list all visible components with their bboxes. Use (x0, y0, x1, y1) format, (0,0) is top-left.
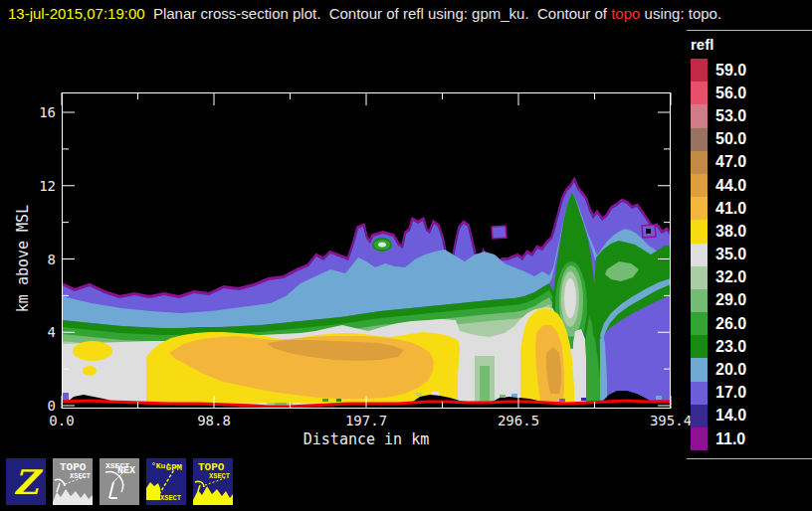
topo-xsect-yellow-button[interactable]: TOPO XSECT (191, 456, 235, 507)
title-text-tail: using: topo. (640, 5, 721, 22)
legend-entry: 59.0 (691, 59, 746, 82)
legend-swatch (691, 82, 708, 104)
legend-entry: 53.0 (691, 104, 746, 127)
legend-top-divider (687, 30, 812, 31)
legend-entry: 14.0 (691, 405, 746, 427)
title-bar: 13-jul-2015,07:19:00 Planar cross-sectio… (8, 5, 721, 22)
title-topo-word: topo (611, 5, 640, 22)
title-text: Planar cross-section plot. Contour of re… (145, 5, 612, 22)
topo-mountains-icon (53, 458, 93, 505)
legend-swatch (691, 59, 708, 82)
legend-title: refl (691, 36, 713, 53)
legend-entry: 41.0 (691, 197, 746, 220)
legend-entry: 11.0 (691, 427, 746, 450)
y-axis-title: km above MSL (14, 179, 34, 338)
timestamp: 13-jul-2015,07:19:00 (8, 5, 145, 22)
legend-entry: 26.0 (691, 312, 746, 335)
color-legend: 59.056.053.050.047.044.041.038.035.032.0… (691, 59, 746, 450)
legend-swatch (691, 220, 708, 243)
y-tick-label: 16 (20, 104, 56, 120)
x-axis-title: Distance in km (267, 430, 466, 448)
legend-value: 23.0 (715, 338, 746, 356)
legend-swatch (691, 335, 708, 358)
legend-swatch (691, 358, 708, 381)
legend-entry: 47.0 (691, 151, 746, 174)
legend-entry: 50.0 (691, 128, 746, 151)
legend-value: 17.0 (715, 384, 746, 402)
x-tick-label: 296.5 (484, 413, 553, 428)
legend-value: 35.0 (715, 246, 746, 263)
legend-entry: 44.0 (691, 174, 746, 197)
legend-value: 20.0 (715, 361, 746, 379)
gpm-beam-icon (146, 458, 186, 505)
legend-entry: 23.0 (691, 335, 746, 358)
legend-swatch (691, 197, 708, 220)
legend-swatch (691, 289, 708, 312)
legend-bottom-divider (687, 458, 812, 459)
legend-value: 32.0 (715, 268, 746, 286)
x-tick-label: 197.7 (331, 413, 401, 428)
legend-swatch (691, 151, 708, 174)
legend-swatch (691, 427, 708, 450)
legend-entry: 32.0 (691, 266, 746, 289)
legend-swatch (691, 312, 708, 335)
legend-value: 14.0 (715, 407, 746, 425)
topo-xsect-button[interactable]: TOPO XSECT (51, 456, 95, 507)
x-tick-label: 98.8 (179, 413, 249, 428)
yellow-mountains-icon (193, 458, 233, 505)
xsect-nex-button[interactable]: XSECT NEX (98, 456, 141, 507)
zebra-logo-button[interactable]: Z (4, 456, 48, 507)
legend-swatch (691, 266, 708, 289)
legend-value: 29.0 (715, 291, 746, 309)
x-tick-label: 0.0 (27, 413, 97, 428)
legend-value: 47.0 (715, 153, 746, 171)
legend-value: 59.0 (715, 62, 746, 80)
legend-swatch (691, 405, 708, 427)
legend-entry: 56.0 (691, 82, 746, 104)
toolbar: Z TOPO XSECT XSECT NEX °Ku' GPM XSECT (4, 456, 235, 507)
legend-entry: 17.0 (691, 382, 746, 405)
legend-value: 38.0 (715, 223, 746, 241)
legend-value: 41.0 (715, 200, 746, 218)
ku-gpm-xsect-button[interactable]: °Ku' GPM XSECT (144, 456, 188, 507)
legend-swatch (691, 244, 708, 266)
legend-value: 11.0 (715, 430, 745, 448)
legend-entry: 20.0 (691, 358, 746, 381)
legend-entry: 38.0 (691, 220, 746, 243)
zebra-z-icon: Z (6, 458, 46, 505)
legend-swatch (691, 174, 708, 197)
legend-value: 53.0 (715, 107, 746, 125)
radar-dish-icon (100, 458, 139, 505)
legend-value: 44.0 (715, 177, 746, 195)
legend-entry: 35.0 (691, 244, 746, 266)
legend-value: 56.0 (715, 85, 746, 102)
legend-swatch (691, 382, 708, 405)
y-tick-label: 0 (20, 398, 56, 414)
app-window: 13-jul-2015,07:19:00 Planar cross-sectio… (0, 0, 812, 511)
legend-swatch (691, 128, 708, 151)
cross-section-plot (62, 92, 671, 409)
legend-value: 26.0 (715, 315, 746, 333)
legend-entry: 29.0 (691, 289, 746, 312)
legend-value: 50.0 (715, 130, 746, 148)
legend-swatch (691, 104, 708, 127)
